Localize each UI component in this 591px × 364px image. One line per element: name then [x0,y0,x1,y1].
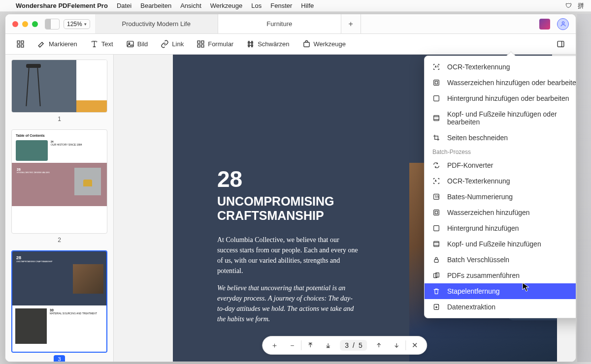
menu-batch-remove[interactable]: Stapelentfernung [425,283,576,299]
text-button[interactable]: Text [90,40,113,48]
zoom-in-button[interactable]: ＋ [265,336,283,354]
form-button[interactable]: Formular [197,40,233,48]
menu-ocr[interactable]: OCR-Texterkennung [425,59,576,75]
svg-rect-2 [21,41,24,43]
svg-rect-10 [201,45,204,47]
page-title: UNCOMPROMISINGCRAFTSMANSHIP [217,194,360,223]
svg-rect-5 [127,41,133,47]
thumb-1-number: 1 [11,116,107,122]
highlight-button[interactable]: Markieren [37,40,77,48]
tab-furniture[interactable]: Furniture [218,14,341,33]
app-logo-icon[interactable] [539,19,550,30]
page-paragraph-1: At Columbia Collective, we believe that … [217,235,360,276]
menu-bates[interactable]: Bates-Nummerierung [425,189,576,205]
page-number-heading: 28 [217,168,360,190]
thumbnail-2[interactable]: Table of Contents 24 OUR HISTORY SINCE 1… [11,129,107,234]
tools-button[interactable]: Werkzeuge [302,40,346,48]
background-peek [577,14,591,362]
panel-toggle-button[interactable] [557,40,565,48]
svg-rect-21 [434,242,439,247]
thumb-3-number: 3 [11,356,107,362]
svg-rect-8 [201,41,204,43]
menu-background[interactable]: Hintergrund hinzufügen oder bearbeiten [425,91,576,106]
mouse-cursor [522,282,530,294]
page-control-bar: ＋ － 3 / 5 [262,336,427,355]
window-maximize[interactable] [32,21,38,27]
menu-datei[interactable]: Datei [117,2,131,9]
titlebar: 125% Productivity Modern Life Furniture … [5,14,576,34]
svg-rect-22 [434,259,438,262]
thumbnail-3[interactable]: 28 UNCOMPROMISING CRAFTSMANSHIP 30 MATER… [11,250,107,353]
tools-dropdown: OCR-Texterkennung Wasserzeichen hinzufüg… [424,56,576,318]
svg-rect-20 [434,226,439,231]
sidebar-toggle-button[interactable] [45,19,60,30]
svg-rect-7 [197,41,200,43]
app-window: 125% Productivity Modern Life Furniture … [5,14,576,362]
menu-fenster[interactable]: Fenster [270,2,292,9]
svg-rect-3 [17,45,20,47]
window-close[interactable] [12,21,18,27]
svg-rect-4 [21,45,24,47]
svg-point-0 [562,22,564,24]
svg-rect-19 [435,211,437,213]
menu-crop[interactable]: Seiten beschneiden [425,130,576,146]
menu-batch-convert[interactable]: PDF-Konverter [425,157,576,173]
new-tab-button[interactable]: + [341,14,361,33]
svg-rect-12 [558,41,564,47]
tab-productivity[interactable]: Productivity Modern Life [95,14,218,33]
menu-ansicht[interactable]: Ansicht [180,2,201,9]
menu-watermark[interactable]: Wasserzeichen hinzufügen oder bearbeiten [425,75,576,91]
input-method-icon[interactable]: 拼 [578,1,584,10]
svg-rect-9 [197,45,200,47]
svg-rect-14 [435,81,437,84]
next-page-button[interactable] [388,336,406,354]
svg-rect-11 [303,42,309,47]
svg-rect-15 [434,96,439,101]
page-paragraph-2: We believe that uncovering that potentia… [217,283,360,324]
image-button[interactable]: Bild [126,40,148,48]
menu-hilfe[interactable]: Hilfe [301,2,314,9]
thumbnail-panel: 1 Table of Contents 24 OUR HISTORY SINCE… [5,55,114,362]
menu-batch-ocr[interactable]: OCR-Texterkennung [425,173,576,189]
window-minimize[interactable] [22,21,28,27]
close-pagebar-button[interactable]: ✕ [406,336,424,354]
menu-data-extract[interactable]: Datenextraktion [425,299,576,315]
thumb-2-number: 2 [11,237,107,243]
shield-icon[interactable]: 🛡︎ [565,2,572,9]
menu-batch-encrypt[interactable]: Batch Verschlüsseln [425,252,576,268]
menu-merge[interactable]: PDFs zusammenführen [425,268,576,283]
menu-batch-watermark[interactable]: Wasserzeichen hinzufügen [425,205,576,220]
menu-werkzeuge[interactable]: Werkzeuge [210,2,243,9]
thumbnail-1[interactable] [11,60,107,113]
thumbnails-button[interactable] [16,40,25,48]
link-button[interactable]: Link [161,40,184,48]
svg-rect-16 [434,116,439,121]
user-account-button[interactable] [557,18,569,30]
mac-menubar: Wondershare PDFelement Pro Datei Bearbei… [0,0,591,12]
prev-page-button[interactable] [370,336,388,354]
last-page-button[interactable] [319,336,337,354]
zoom-out-button[interactable]: － [283,336,301,354]
redact-button[interactable]: Schwärzen [246,40,289,48]
menu-bearbeiten[interactable]: Bearbeiten [140,2,171,9]
menu-batch-header-footer[interactable]: Kopf- und Fußzeile hinzufügen [425,236,576,252]
toolbar: Markieren Text Bild Link Formular Schwär… [5,34,576,55]
svg-rect-13 [434,80,439,86]
menu-batch-background[interactable]: Hintergrund hinzufügen [425,220,576,236]
dropdown-section-batch: Batch-Prozess [425,146,576,157]
page-indicator[interactable]: 3 / 5 [340,340,367,351]
zoom-select[interactable]: 125% [64,19,90,29]
svg-rect-1 [17,41,20,43]
menu-header-footer[interactable]: Kopf- und Fußzeile hinzufügen oder bearb… [425,106,576,130]
first-page-button[interactable] [301,336,319,354]
svg-rect-18 [434,210,439,215]
app-name[interactable]: Wondershare PDFelement Pro [16,2,108,9]
menu-los[interactable]: Los [251,2,262,9]
